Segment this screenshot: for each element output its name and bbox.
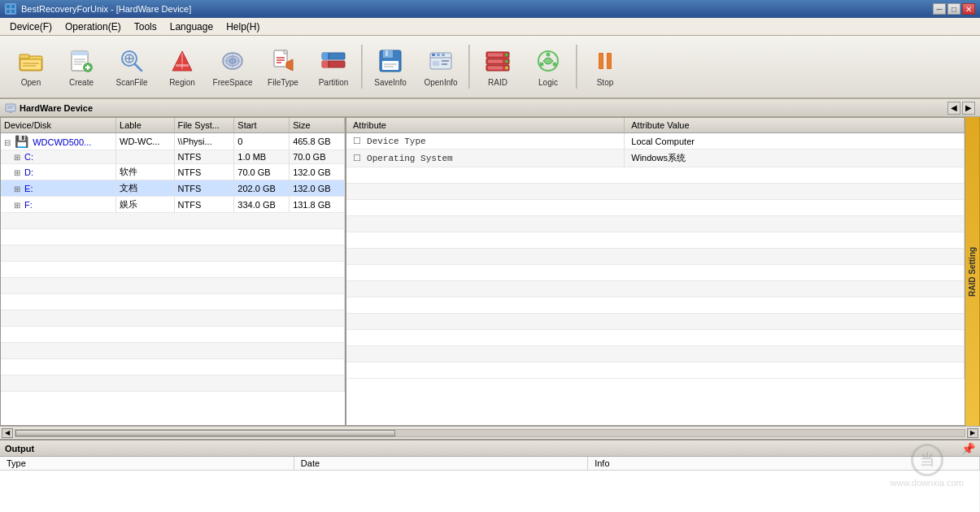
label-cell: WD-WC... <box>116 133 175 150</box>
expand-icon[interactable]: ⊟ <box>4 138 11 147</box>
label-cell <box>116 150 175 164</box>
col-filesystem: File Syst... <box>174 118 234 133</box>
panel-navigation[interactable]: ◀ ▶ <box>947 102 975 115</box>
table-row[interactable]: ⊞ E: 文档 NTFS 202.0 GB 132.0 GB <box>1 180 345 197</box>
size-cell: 131.8 GB <box>290 197 345 213</box>
attr-expand-icon: ☐ <box>353 136 361 145</box>
table-row-empty <box>346 232 965 249</box>
scanfile-button[interactable]: ScanFile <box>107 39 156 94</box>
size-cell: 70.0 GB <box>290 150 345 164</box>
device-name: E: <box>24 184 33 193</box>
svg-point-70 <box>540 62 544 66</box>
scroll-thumb[interactable] <box>15 430 395 436</box>
svg-point-61 <box>505 53 508 56</box>
table-row-empty <box>1 229 345 245</box>
freespace-button[interactable]: FreeSpace <box>208 39 257 94</box>
svg-rect-52 <box>433 61 439 66</box>
output-header: Output 📌 <box>0 440 980 457</box>
table-row[interactable]: ☐ Operating System Windows系统 <box>346 150 965 167</box>
saveinfo-icon <box>376 46 405 76</box>
menu-tools[interactable]: Tools <box>128 20 163 34</box>
table-row-empty <box>1 262 345 278</box>
filetype-icon <box>268 46 298 76</box>
device-table: Device/Disk Lable File Syst... Start Siz… <box>1 118 345 392</box>
output-row-empty <box>0 503 980 513</box>
expand-icon[interactable]: ⊞ <box>14 168 20 177</box>
size-cell: 132.0 GB <box>290 180 345 197</box>
raid-setting-sidebar[interactable]: RAID Setting <box>965 117 980 426</box>
logic-button[interactable]: Logic <box>524 39 573 94</box>
split-pane: Device/Disk Lable File Syst... Start Siz… <box>0 117 965 426</box>
table-row-empty <box>346 265 965 281</box>
openinfo-icon <box>426 46 455 76</box>
raid-button[interactable]: RAID <box>473 39 522 94</box>
table-row-empty <box>1 245 345 262</box>
table-row-empty <box>1 343 345 359</box>
panel-next-button[interactable]: ▶ <box>962 102 975 115</box>
output-table: Type Date Info <box>0 457 980 512</box>
logic-label: Logic <box>538 78 558 88</box>
attribute-name: Operating System <box>367 154 453 163</box>
expand-icon[interactable]: ⊞ <box>14 201 20 210</box>
filetype-button[interactable]: FileType <box>259 39 307 94</box>
stop-button[interactable]: Stop <box>581 39 629 94</box>
table-row[interactable]: ⊞ F: 娱乐 NTFS 334.0 GB 131.8 GB <box>1 197 345 213</box>
svg-rect-54 <box>442 63 447 65</box>
attribute-table: Attribute Attribute Value ☐ Device Type … <box>346 118 965 379</box>
label-cell: 娱乐 <box>116 197 175 213</box>
table-row[interactable]: ⊞ D: 软件 NTFS 70.0 GB 132.0 GB <box>1 164 345 180</box>
open-button[interactable]: Open <box>7 39 55 94</box>
svg-rect-78 <box>9 111 12 113</box>
table-row-empty <box>1 327 345 343</box>
panel-header: HardWare Device ◀ ▶ <box>0 99 980 117</box>
menu-operation[interactable]: Operation(E) <box>59 20 128 34</box>
panel-prev-button[interactable]: ◀ <box>947 102 960 115</box>
table-row-empty <box>346 167 965 184</box>
panel-header-title-area: HardWare Device <box>5 102 93 114</box>
col-label: Lable <box>116 118 175 133</box>
title-bar-controls[interactable]: ─ □ ✕ <box>933 3 975 15</box>
expand-icon[interactable]: ⊞ <box>14 153 20 162</box>
device-disk-cell: ⊞ C: <box>1 150 116 164</box>
scroll-right-button[interactable]: ▶ <box>967 428 978 438</box>
create-button[interactable]: Create <box>57 39 106 94</box>
output-row-empty <box>0 487 980 503</box>
partition-icon <box>319 46 348 76</box>
title-bar-left: BestRecoveryForUnix - [HardWare Device] <box>5 3 191 15</box>
fs-cell: NTFS <box>174 150 234 164</box>
raid-label: RAID <box>488 78 507 88</box>
toolbar-separator-2 <box>468 45 470 89</box>
start-cell: 202.0 GB <box>234 180 290 197</box>
scroll-track[interactable] <box>15 429 965 437</box>
region-button[interactable]: Region <box>158 39 207 94</box>
col-size: Size <box>290 118 345 133</box>
menu-bar: Device(F) Operation(E) Tools Language He… <box>0 18 980 36</box>
saveinfo-label: SaveInfo <box>374 78 406 88</box>
partition-button[interactable]: Partition <box>309 39 358 94</box>
attribute-name-cell: ☐ Device Type <box>346 133 625 150</box>
menu-language[interactable]: Language <box>163 20 220 34</box>
menu-device[interactable]: Device(F) <box>3 20 59 34</box>
main-content: HardWare Device ◀ ▶ Device/Disk Lable Fi… <box>0 99 980 512</box>
maximize-button[interactable]: □ <box>947 3 960 15</box>
attribute-name-cell: ☐ Operating System <box>346 150 625 167</box>
fs-cell: NTFS <box>174 197 234 213</box>
table-row[interactable]: ⊞ C: NTFS 1.0 MB 70.0 GB <box>1 150 345 164</box>
openinfo-label: OpenInfo <box>424 78 457 88</box>
col-device-disk: Device/Disk <box>1 118 116 133</box>
table-row[interactable]: ☐ Device Type Local Computer <box>346 133 965 150</box>
start-cell: 1.0 MB <box>234 150 290 164</box>
saveinfo-button[interactable]: SaveInfo <box>366 39 415 94</box>
table-row[interactable]: ⊟ 💾 WDCWD500... WD-WC... \\Physi... 0 46… <box>1 133 345 150</box>
output-row-empty <box>0 471 980 487</box>
horizontal-scrollbar[interactable]: ◀ ▶ <box>0 426 980 439</box>
svg-rect-53 <box>442 60 449 62</box>
scroll-left-button[interactable]: ◀ <box>2 428 13 438</box>
close-button[interactable]: ✕ <box>962 3 975 15</box>
menu-help[interactable]: Help(H) <box>220 20 266 34</box>
svg-rect-41 <box>322 61 329 67</box>
minimize-button[interactable]: ─ <box>933 3 946 15</box>
openinfo-button[interactable]: OpenInfo <box>416 39 465 94</box>
svg-rect-3 <box>11 10 15 13</box>
expand-icon[interactable]: ⊞ <box>14 184 20 193</box>
